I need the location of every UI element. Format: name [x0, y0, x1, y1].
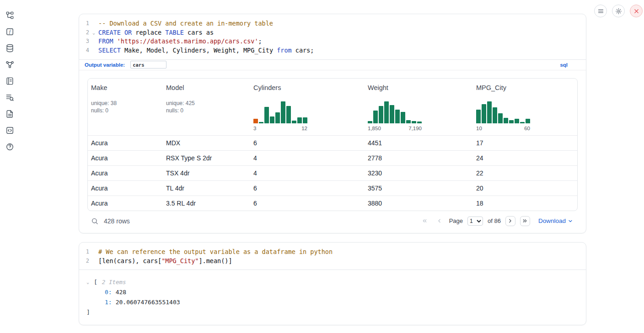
histogram-bar[interactable] — [264, 107, 269, 123]
histogram-bar[interactable] — [275, 112, 280, 123]
code-line: 1# We can reference the output variable … — [83, 248, 586, 257]
settings-button[interactable] — [612, 5, 625, 17]
next-page-button[interactable] — [505, 216, 515, 226]
table-row[interactable]: AcuraTSX 4dr4323022 — [88, 165, 577, 180]
histogram-bar[interactable] — [487, 101, 492, 123]
python-code-editor[interactable]: 1# We can reference the output variable … — [79, 243, 586, 270]
close-button[interactable] — [630, 5, 643, 17]
axis-max-label: 12 — [301, 126, 307, 131]
table-cell: 20 — [473, 185, 577, 192]
histogram-bar[interactable] — [412, 121, 416, 123]
table-body: AcuraMDX6445117AcuraRSX Type S 2dr427782… — [88, 135, 577, 211]
column-summary: 312 — [250, 94, 365, 135]
tree-entry-key: 0: — [105, 287, 112, 297]
download-button[interactable]: Download — [538, 217, 573, 224]
unique-count: unique: 425 — [166, 100, 250, 107]
output-variable-bar: Output variable: sql — [79, 59, 586, 70]
tree-entry[interactable]: 0:428 — [86, 287, 586, 297]
snippets-icon[interactable] — [5, 126, 14, 135]
histogram-bar[interactable] — [520, 122, 525, 123]
table-row[interactable]: Acura3.5 RL 4dr6388018 — [88, 196, 577, 211]
output-variable-input[interactable] — [130, 61, 166, 69]
histogram-bar[interactable] — [401, 112, 405, 123]
items-count: 2 Items — [102, 277, 126, 287]
page-select[interactable]: 1 — [467, 217, 483, 226]
histogram-bar[interactable] — [504, 118, 508, 123]
line-number: 4 — [83, 46, 89, 55]
line-number: 1 — [83, 19, 89, 28]
histogram-bar[interactable] — [297, 117, 302, 123]
histogram-bar[interactable] — [515, 119, 519, 123]
histogram-bar[interactable] — [509, 120, 514, 123]
histogram-bar[interactable] — [417, 122, 422, 123]
null-count: nulls: 0 — [91, 107, 163, 114]
download-label: Download — [538, 217, 566, 224]
histogram-bar[interactable] — [482, 104, 486, 123]
histogram-bar[interactable] — [493, 107, 497, 123]
histogram-bar[interactable] — [373, 111, 378, 123]
table-cell: 24 — [473, 154, 577, 162]
code-line: 2[len(cars), cars["MPG_City"].mean()] — [83, 257, 586, 266]
table-cell: 22 — [473, 169, 577, 177]
histogram[interactable]: 312 — [253, 100, 307, 131]
column-header[interactable]: Make — [88, 79, 163, 94]
table-cell: Acura — [88, 200, 163, 207]
table-stats-row: unique: 38nulls: 0unique: 425nulls: 0312… — [88, 94, 577, 135]
logs-icon[interactable] — [5, 93, 14, 102]
fold-chevron-icon[interactable]: ⌄ — [89, 28, 98, 37]
histogram-bar[interactable] — [253, 119, 258, 123]
tree-entry-value: 20.060747663551403 — [116, 297, 180, 307]
histogram-bar[interactable] — [286, 106, 291, 123]
tree-close-row: ] — [86, 307, 586, 317]
code-text: -- Download a CSV and create an in-memor… — [98, 19, 273, 28]
column-header[interactable]: MPG_City — [473, 79, 577, 94]
histogram-bar[interactable] — [406, 120, 411, 123]
column-header[interactable]: Model — [163, 79, 250, 94]
table-row[interactable]: AcuraMDX6445117 — [88, 135, 577, 150]
histogram-bar[interactable] — [292, 121, 296, 123]
prev-page-button[interactable] — [435, 216, 445, 226]
column-header[interactable]: Cylinders — [250, 79, 365, 94]
histogram-bar[interactable] — [270, 116, 274, 123]
table-cell: Acura — [88, 169, 163, 177]
document-icon[interactable] — [5, 110, 14, 118]
histogram-bar[interactable] — [281, 101, 285, 123]
dependency-graph-icon[interactable] — [5, 60, 14, 69]
functions-icon[interactable]: f — [5, 27, 14, 36]
table-footer: 428 rows Page 1 of 86 — [79, 211, 586, 231]
sql-code-editor[interactable]: 1-- Download a CSV and create an in-memo… — [79, 14, 586, 59]
histogram-bar[interactable] — [526, 119, 530, 123]
histogram-bar[interactable] — [390, 105, 394, 123]
menu-button[interactable] — [594, 5, 607, 17]
database-icon[interactable] — [5, 44, 14, 53]
histogram-bar[interactable] — [259, 122, 263, 123]
tree-entry[interactable]: 1:20.060747663551403 — [86, 297, 586, 307]
page-label: Page — [449, 217, 463, 224]
file-tree-icon[interactable] — [5, 11, 14, 20]
histogram[interactable]: 1,8507,190 — [368, 100, 422, 131]
last-page-button[interactable] — [520, 216, 530, 226]
histogram-bar[interactable] — [384, 101, 389, 123]
first-page-button[interactable] — [420, 216, 430, 226]
table-row[interactable]: AcuraRSX Type S 2dr4277824 — [88, 150, 577, 165]
histogram[interactable]: 1060 — [476, 100, 530, 131]
tree-root[interactable]: ⌄ [ 2 Items — [86, 277, 586, 287]
histogram-bars — [476, 100, 530, 123]
histogram-axis: 1,8507,190 — [368, 126, 422, 131]
table-row[interactable]: AcuraTL 4dr6357520 — [88, 180, 577, 196]
histogram-bar[interactable] — [303, 117, 307, 123]
histogram-bar[interactable] — [498, 113, 503, 123]
search-button[interactable] — [91, 217, 98, 225]
histogram-bar[interactable] — [476, 110, 481, 123]
help-icon[interactable] — [5, 143, 14, 151]
fold-gutter — [89, 37, 98, 46]
column-header[interactable]: Weight — [365, 79, 473, 94]
histogram-bar[interactable] — [379, 106, 383, 123]
data-table: MakeModelCylindersWeightMPG_City unique:… — [87, 78, 578, 211]
scratchpad-icon[interactable] — [5, 77, 14, 85]
histogram-bar[interactable] — [395, 110, 400, 123]
line-number: 2 — [83, 257, 89, 266]
collapse-chevron-icon[interactable]: ⌄ — [86, 277, 94, 287]
table-cell: 4 — [250, 169, 365, 177]
histogram-bar[interactable] — [368, 121, 372, 123]
